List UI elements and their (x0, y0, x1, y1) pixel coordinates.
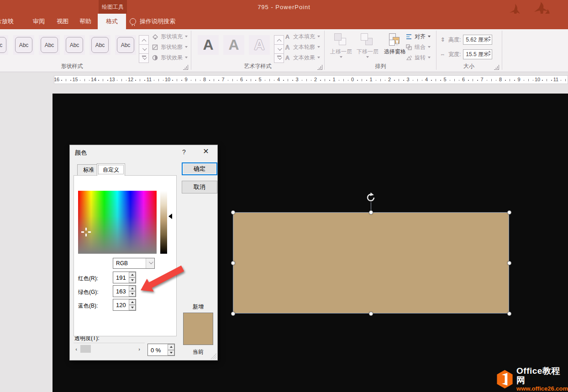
dialog-tab-2[interactable]: 自定义 (97, 163, 125, 176)
gallery-more-icon[interactable] (274, 53, 284, 63)
shape-style-thumbnail[interactable]: Abc (115, 35, 136, 55)
ruler-number: 16 (54, 77, 59, 82)
resize-grip-icon[interactable] (210, 353, 216, 359)
chevron-down-icon (185, 46, 188, 48)
ribbon-tab-2[interactable]: 审阅 (28, 14, 49, 29)
color-spectrum[interactable] (78, 191, 157, 254)
dialog-close-icon[interactable]: ✕ (200, 146, 212, 157)
transparency-slider[interactable]: ‹ › (74, 345, 142, 353)
ok-button[interactable]: 确定 (182, 162, 217, 175)
spin-down-icon[interactable] (129, 291, 136, 297)
ruler-number: 3 (295, 77, 298, 82)
shape-style-thumbnail[interactable]: Abc (89, 35, 110, 55)
wordart-dialog-launcher-icon[interactable] (317, 65, 322, 70)
wordart-style-thumbnail[interactable]: A (249, 35, 270, 55)
spin-up-icon[interactable] (129, 286, 136, 291)
ruler-number: 5 (258, 77, 261, 82)
green-label: 绿色(G): (78, 288, 99, 296)
title-bar: 绘图工具 795 - PowerPoint (0, 0, 568, 14)
ruler-tick (228, 80, 229, 81)
ruler-tick (302, 80, 303, 81)
shape-style-thumbnail[interactable]: Abc (0, 35, 8, 55)
slider-left-arrow-icon[interactable]: ‹ (74, 346, 79, 352)
ribbon-tab-3[interactable]: 视图 (52, 14, 73, 29)
arrange-small-button-2[interactable]: 组合 (405, 42, 431, 52)
spin-up-icon[interactable] (168, 344, 174, 350)
shape-style-thumbnail[interactable]: Abc (39, 35, 60, 55)
spin-down-icon[interactable] (488, 39, 491, 41)
ribbon-tab-1[interactable]: 灯片放映 (0, 14, 18, 29)
shape-styles-dialog-launcher-icon[interactable] (183, 65, 188, 70)
ruler-tick (255, 80, 256, 81)
ribbon-tab-4[interactable]: 帮助 (75, 14, 96, 29)
selection-handle[interactable] (507, 210, 511, 214)
luminance-marker-icon[interactable] (168, 214, 172, 219)
gallery-scroll-down-icon[interactable] (139, 44, 149, 54)
spin-down-icon[interactable] (129, 305, 136, 310)
ribbon-tab-5[interactable]: 格式 (98, 14, 126, 29)
ruler-tick (533, 80, 534, 81)
shape_styles-button-1[interactable]: 形状填充 (152, 32, 188, 41)
selection-handle[interactable] (507, 261, 511, 265)
ruler-tick (496, 80, 497, 81)
spin-up-icon[interactable] (129, 299, 136, 305)
width-input[interactable]: 15.5 厘米 (463, 49, 492, 59)
red-input[interactable]: 191 (113, 272, 136, 283)
size-dialog-launcher-icon[interactable] (494, 65, 499, 70)
slider-right-arrow-icon[interactable]: › (137, 346, 142, 352)
color-mode-dropdown[interactable]: RGB (113, 258, 155, 269)
transparency-input[interactable]: 0 % (147, 344, 175, 356)
shape-style-thumbnail[interactable]: Abc (64, 35, 85, 55)
shape_styles-button-3[interactable]: 形状效果 (152, 53, 188, 62)
chevron-down-icon (185, 36, 188, 37)
group-label-wordart-styles: 艺术字样式 (191, 63, 324, 70)
selection-handle[interactable] (369, 210, 373, 214)
wordart_styles-button-2[interactable]: A文本轮廓 (284, 42, 320, 52)
chevron-down-icon (366, 56, 369, 58)
dialog-help-icon[interactable]: ? (179, 147, 189, 157)
tell-me-search[interactable]: 操作说明搜索 (130, 14, 175, 29)
gallery-scroll-up-icon[interactable] (139, 35, 149, 45)
wordart_styles-button-3[interactable]: A文本效果 (284, 53, 320, 62)
arrange-small-button-3[interactable]: 旋转 (405, 53, 431, 62)
rotate-handle-icon[interactable] (366, 192, 377, 203)
height-input[interactable]: 5.62 厘米 (463, 35, 492, 45)
cancel-button[interactable]: 取消 (182, 181, 217, 193)
ruler-number: 10 (535, 77, 540, 82)
gallery-more-icon[interactable] (139, 53, 149, 63)
selection-handle[interactable] (507, 312, 511, 316)
luminance-bar[interactable] (160, 191, 167, 254)
selection-handle[interactable] (231, 210, 235, 214)
spin-down-icon[interactable] (488, 54, 491, 56)
ribbon: AbcAbcAbcAbcAbcAbc 形状填充形状轮廓形状效果 形状样式 AAA… (0, 29, 568, 72)
chevron-down-icon (317, 46, 320, 48)
shape-style-thumbnail[interactable]: Abc (13, 35, 34, 55)
wordart-style-thumbnail[interactable]: A (223, 35, 244, 55)
ruler-tick (385, 80, 386, 81)
blue-input[interactable]: 120 (113, 299, 136, 311)
button-label: 组合 (415, 43, 426, 51)
arrange-small-button-1[interactable]: 对齐 (405, 32, 431, 41)
shape_styles-button-2[interactable]: 形状轮廓 (152, 42, 188, 52)
ruler-tick (251, 79, 251, 81)
wordart_styles-button-1[interactable]: A文本填充 (284, 32, 320, 41)
spin-up-icon[interactable] (129, 272, 136, 277)
spin-down-icon[interactable] (168, 350, 174, 356)
dialog-title-bar[interactable]: 颜色 ? ✕ (70, 145, 217, 159)
selection-handle[interactable] (231, 261, 235, 265)
green-input[interactable]: 163 (113, 285, 136, 297)
spin-up-icon[interactable] (488, 51, 491, 52)
gallery-scroll-down-icon[interactable] (274, 44, 284, 54)
button-label: 上移一层 (330, 49, 352, 55)
gallery-scroll-up-icon[interactable] (274, 35, 284, 45)
selected-rectangle-shape[interactable] (233, 212, 509, 314)
slider-thumb[interactable] (80, 345, 91, 353)
ruler-tick (195, 79, 196, 81)
wordart-style-thumbnail[interactable]: A (198, 35, 219, 55)
spin-up-icon[interactable] (488, 36, 491, 38)
selection-handle[interactable] (231, 312, 235, 316)
text-outline-icon: A (284, 44, 291, 51)
dropdown-chevron-icon[interactable] (146, 258, 154, 268)
spin-down-icon[interactable] (129, 277, 136, 283)
selection-handle[interactable] (369, 312, 373, 316)
